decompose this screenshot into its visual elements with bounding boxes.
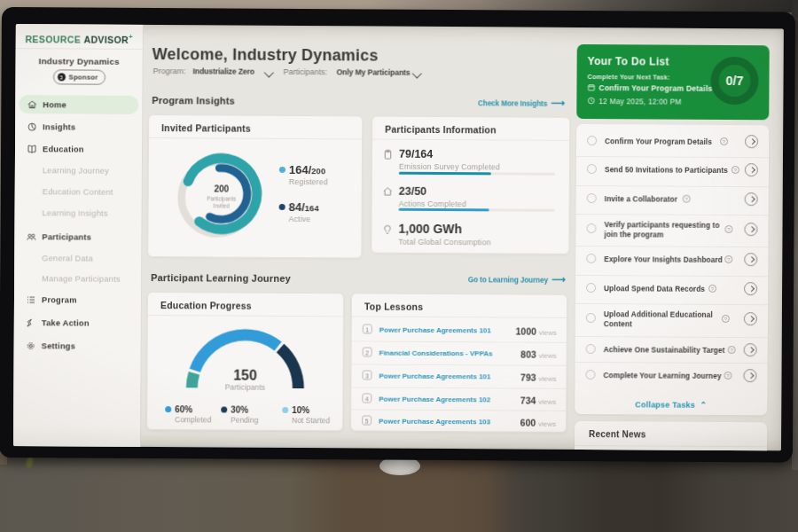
svg-text:Invited: Invited	[213, 202, 230, 208]
svg-text:Participants: Participants	[207, 195, 236, 202]
svg-text:200: 200	[214, 184, 229, 193]
